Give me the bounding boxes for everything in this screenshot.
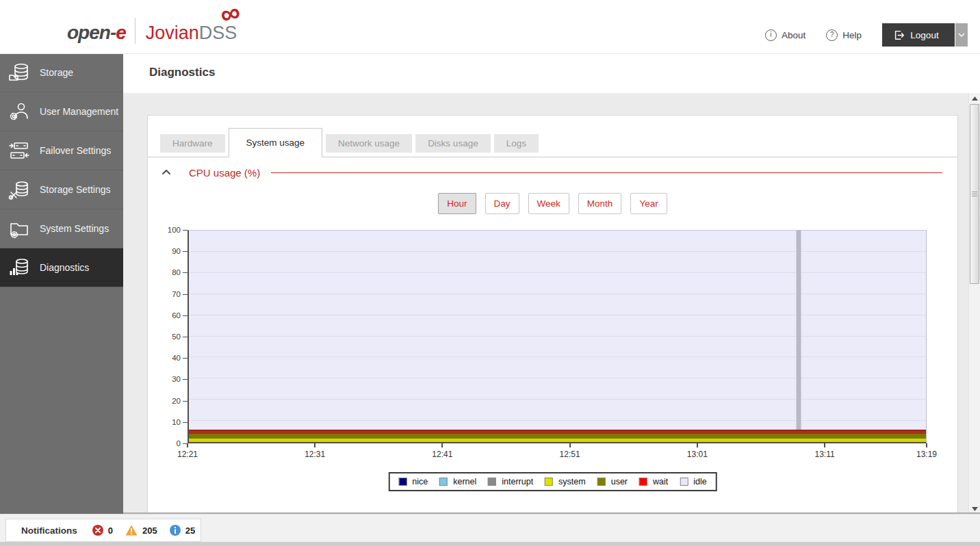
y-tick-60 (183, 315, 188, 316)
range-button-year[interactable]: Year (630, 193, 667, 214)
chevron-down-icon (958, 32, 965, 38)
window-bottom-strip (0, 542, 980, 546)
footer-bar: Notifications 0 205 25 (0, 514, 980, 542)
chart-gap-stripe (796, 231, 801, 430)
tab-logs[interactable]: Logs (494, 134, 539, 153)
x-axis-label: 13:01 (687, 450, 708, 459)
legend-label: system (558, 477, 586, 486)
x-tick-12:41 (441, 443, 443, 447)
legend-item-user: user (597, 477, 628, 486)
y-axis-label: 60 (149, 311, 181, 320)
about-button[interactable]: i About (765, 29, 805, 41)
y-axis-label: 90 (149, 246, 181, 256)
y-tick-100 (183, 230, 188, 231)
x-axis-label: 13:11 (814, 450, 834, 459)
help-button[interactable]: ? Help (826, 29, 862, 41)
error-badge (92, 525, 103, 536)
legend-item-wait: wait (639, 477, 668, 486)
y-tick-90 (183, 251, 188, 252)
y-axis-label: 80 (149, 268, 181, 277)
warning-triangle-icon (125, 525, 138, 536)
gridline-y-50 (189, 336, 926, 337)
sidebar-item-label: Failover Settings (40, 145, 111, 156)
y-tick-20 (183, 401, 188, 402)
sidebar-item-storage-settings[interactable]: Storage Settings (0, 170, 123, 209)
y-axis-label: 40 (149, 353, 181, 363)
info-i-icon (174, 527, 177, 534)
logout-button[interactable]: Logout (882, 23, 955, 47)
sidebar-item-failover-settings[interactable]: Failover Settings (0, 131, 123, 170)
product-logo-text: ∞ JovianDSS (146, 23, 237, 44)
legend-swatch-interrupt (488, 478, 496, 486)
range-button-hour[interactable]: Hour (438, 193, 476, 214)
info-badge (170, 525, 181, 536)
storage-icon (7, 60, 31, 85)
legend-item-interrupt: interrupt (488, 477, 533, 486)
storage-settings-icon (7, 177, 31, 202)
sidebar-item-diagnostics[interactable]: Diagnostics (0, 248, 123, 287)
user-management-icon (7, 99, 31, 124)
logout-control: Logout (882, 23, 968, 47)
sidebar-item-system-settings[interactable]: System Settings (0, 209, 123, 248)
content-region: Hardware System usage Network usage Disk… (123, 93, 968, 512)
sidebar-item-storage[interactable]: Storage (0, 53, 123, 92)
y-axis-label: 50 (149, 332, 181, 341)
legend-swatch-wait (639, 478, 647, 486)
about-label: About (782, 30, 805, 40)
legend-label: nice (412, 477, 428, 486)
top-header: open-e ∞ JovianDSS i About ? Help (0, 0, 980, 54)
tab-network-usage[interactable]: Network usage (326, 134, 412, 153)
page-title-bar: Diagnostics (123, 53, 980, 93)
section-rule (271, 172, 942, 173)
scroll-up-button[interactable] (969, 93, 980, 104)
cpu-usage-section-header: CPU usage (%) (160, 165, 942, 180)
notifications-panel[interactable]: Notifications 0 205 25 (5, 519, 201, 542)
sidebar-item-label: User Management (40, 106, 118, 117)
gridline-y-80 (189, 272, 926, 273)
range-button-week[interactable]: Week (528, 193, 569, 214)
tab-hardware[interactable]: Hardware (160, 134, 225, 153)
gridline-y-70 (189, 294, 926, 294)
logout-label: Logout (910, 30, 938, 40)
sidebar-item-label: Diagnostics (40, 262, 89, 273)
range-button-day[interactable]: Day (485, 193, 519, 214)
x-tick-12:31 (314, 443, 315, 447)
scrollbar-grip (972, 192, 977, 197)
diagnostics-card: Hardware System usage Network usage Disk… (147, 115, 958, 512)
warning-badge (125, 525, 138, 536)
y-tick-40 (183, 358, 188, 359)
legend-item-nice: nice (398, 477, 428, 486)
chart-band-wait (189, 430, 926, 434)
legend-swatch-idle (680, 478, 688, 486)
cpu-usage-chart: 010203040506070809010012:2112:3112:4112:… (188, 230, 927, 443)
logout-dropdown-button[interactable] (955, 23, 968, 47)
legend-swatch-nice (398, 478, 407, 486)
info-circle-icon: i (765, 29, 777, 41)
chart-plot (188, 230, 927, 443)
app-window: open-e ∞ JovianDSS i About ? Help (0, 0, 980, 546)
legend-label: interrupt (502, 477, 533, 486)
gridline-y-90 (189, 251, 926, 252)
help-label: Help (842, 30, 862, 40)
diagnostics-icon (7, 255, 31, 280)
chart-legend: nicekernelinterruptsystemuserwaitidle (388, 472, 717, 491)
triangle-down-icon (972, 507, 978, 511)
x-axis-label: 13:19 (916, 450, 937, 459)
error-count: 0 (108, 525, 113, 536)
legend-label: wait (653, 477, 668, 486)
range-button-month[interactable]: Month (578, 193, 622, 214)
y-tick-30 (183, 379, 188, 380)
sidebar-item-user-management[interactable]: User Management (0, 92, 123, 131)
legend-swatch-user (597, 478, 606, 486)
error-x-icon (95, 528, 101, 533)
x-axis-label: 12:31 (305, 450, 325, 459)
tab-system-usage[interactable]: System usage (229, 128, 323, 157)
triangle-up-icon (972, 96, 978, 101)
legend-item-kernel: kernel (439, 477, 476, 486)
tab-disks-usage[interactable]: Disks usage (415, 134, 491, 153)
collapse-chevron-up-icon[interactable] (160, 166, 172, 179)
x-tick-12:21 (187, 443, 188, 447)
scrollbar-thumb[interactable] (970, 104, 979, 284)
info-count: 25 (185, 525, 195, 536)
vertical-scrollbar[interactable] (968, 93, 980, 515)
